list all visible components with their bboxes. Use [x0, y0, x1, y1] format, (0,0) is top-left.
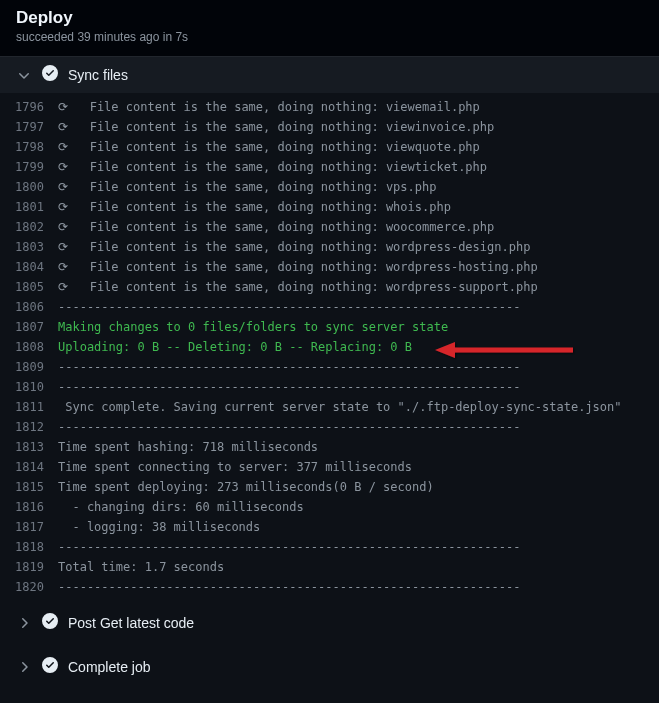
log-output: 1796⟳ File content is the same, doing no… [0, 93, 659, 601]
log-text: ⟳ File content is the same, doing nothin… [58, 157, 659, 177]
log-text: Uploading: 0 B -- Deleting: 0 B -- Repla… [58, 337, 659, 357]
log-line: 1805⟳ File content is the same, doing no… [0, 277, 659, 297]
line-number: 1809 [0, 357, 58, 377]
line-number: 1810 [0, 377, 58, 397]
line-number: 1797 [0, 117, 58, 137]
line-number: 1820 [0, 577, 58, 597]
log-text: Time spent connecting to server: 377 mil… [58, 457, 659, 477]
log-line: 1802⟳ File content is the same, doing no… [0, 217, 659, 237]
log-line: 1811 Sync complete. Saving current serve… [0, 397, 659, 417]
line-number: 1808 [0, 337, 58, 357]
log-text: ⟳ File content is the same, doing nothin… [58, 177, 659, 197]
log-line: 1809------------------------------------… [0, 357, 659, 377]
log-text: ⟳ File content is the same, doing nothin… [58, 217, 659, 237]
step-complete-job[interactable]: Complete job [0, 645, 659, 689]
log-line: 1801⟳ File content is the same, doing no… [0, 197, 659, 217]
line-number: 1815 [0, 477, 58, 497]
workflow-header: Deploy succeeded 39 minutes ago in 7s [0, 0, 659, 56]
log-line: 1807Making changes to 0 files/folders to… [0, 317, 659, 337]
line-number: 1807 [0, 317, 58, 337]
chevron-right-icon [16, 659, 32, 675]
log-text: Time spent deploying: 273 milliseconds(0… [58, 477, 659, 497]
log-text: ⟳ File content is the same, doing nothin… [58, 277, 659, 297]
line-number: 1806 [0, 297, 58, 317]
step-label: Complete job [68, 659, 151, 675]
line-number: 1801 [0, 197, 58, 217]
line-number: 1817 [0, 517, 58, 537]
page-title: Deploy [16, 8, 643, 28]
log-line: 1797⟳ File content is the same, doing no… [0, 117, 659, 137]
log-line: 1812------------------------------------… [0, 417, 659, 437]
log-line: 1798⟳ File content is the same, doing no… [0, 137, 659, 157]
log-text: ⟳ File content is the same, doing nothin… [58, 237, 659, 257]
log-line: 1810------------------------------------… [0, 377, 659, 397]
log-text: ----------------------------------------… [58, 357, 659, 377]
line-number: 1811 [0, 397, 58, 417]
log-text: Total time: 1.7 seconds [58, 557, 659, 577]
line-number: 1805 [0, 277, 58, 297]
log-text: - changing dirs: 60 milliseconds [58, 497, 659, 517]
log-text: Time spent hashing: 718 milliseconds [58, 437, 659, 457]
log-text: ----------------------------------------… [58, 577, 659, 597]
step-title: Sync files [68, 67, 128, 83]
line-number: 1814 [0, 457, 58, 477]
log-line: 1796⟳ File content is the same, doing no… [0, 97, 659, 117]
log-text: - logging: 38 milliseconds [58, 517, 659, 537]
log-line: 1813Time spent hashing: 718 milliseconds [0, 437, 659, 457]
log-line: 1817 - logging: 38 milliseconds [0, 517, 659, 537]
log-text: ----------------------------------------… [58, 417, 659, 437]
chevron-right-icon [16, 615, 32, 631]
step-label: Post Get latest code [68, 615, 194, 631]
line-number: 1802 [0, 217, 58, 237]
line-number: 1804 [0, 257, 58, 277]
step-sync-files[interactable]: Sync files [0, 57, 659, 93]
run-status-subtitle: succeeded 39 minutes ago in 7s [16, 30, 643, 44]
log-line: 1800⟳ File content is the same, doing no… [0, 177, 659, 197]
log-text: ⟳ File content is the same, doing nothin… [58, 117, 659, 137]
chevron-down-icon [16, 67, 32, 83]
line-number: 1816 [0, 497, 58, 517]
check-circle-icon [42, 613, 58, 633]
check-circle-icon [42, 65, 58, 85]
log-text: ⟳ File content is the same, doing nothin… [58, 97, 659, 117]
log-line: 1803⟳ File content is the same, doing no… [0, 237, 659, 257]
log-line: 1819Total time: 1.7 seconds [0, 557, 659, 577]
log-line: 1815Time spent deploying: 273 millisecon… [0, 477, 659, 497]
log-line: 1804⟳ File content is the same, doing no… [0, 257, 659, 277]
log-text: ⟳ File content is the same, doing nothin… [58, 257, 659, 277]
log-line: 1806------------------------------------… [0, 297, 659, 317]
log-text: ⟳ File content is the same, doing nothin… [58, 197, 659, 217]
line-number: 1799 [0, 157, 58, 177]
check-circle-icon [42, 657, 58, 677]
log-text: ----------------------------------------… [58, 297, 659, 317]
log-line: 1820------------------------------------… [0, 577, 659, 597]
log-text: Making changes to 0 files/folders to syn… [58, 317, 659, 337]
log-text: ----------------------------------------… [58, 537, 659, 557]
line-number: 1818 [0, 537, 58, 557]
log-line: 1808Uploading: 0 B -- Deleting: 0 B -- R… [0, 337, 659, 357]
line-number: 1798 [0, 137, 58, 157]
log-line: 1799⟳ File content is the same, doing no… [0, 157, 659, 177]
line-number: 1803 [0, 237, 58, 257]
log-text: ----------------------------------------… [58, 377, 659, 397]
line-number: 1819 [0, 557, 58, 577]
line-number: 1796 [0, 97, 58, 117]
log-line: 1818------------------------------------… [0, 537, 659, 557]
log-line: 1814Time spent connecting to server: 377… [0, 457, 659, 477]
step-post-get-latest-code[interactable]: Post Get latest code [0, 601, 659, 645]
line-number: 1813 [0, 437, 58, 457]
log-text: Sync complete. Saving current server sta… [58, 397, 659, 417]
log-line: 1816 - changing dirs: 60 milliseconds [0, 497, 659, 517]
line-number: 1812 [0, 417, 58, 437]
log-text: ⟳ File content is the same, doing nothin… [58, 137, 659, 157]
line-number: 1800 [0, 177, 58, 197]
